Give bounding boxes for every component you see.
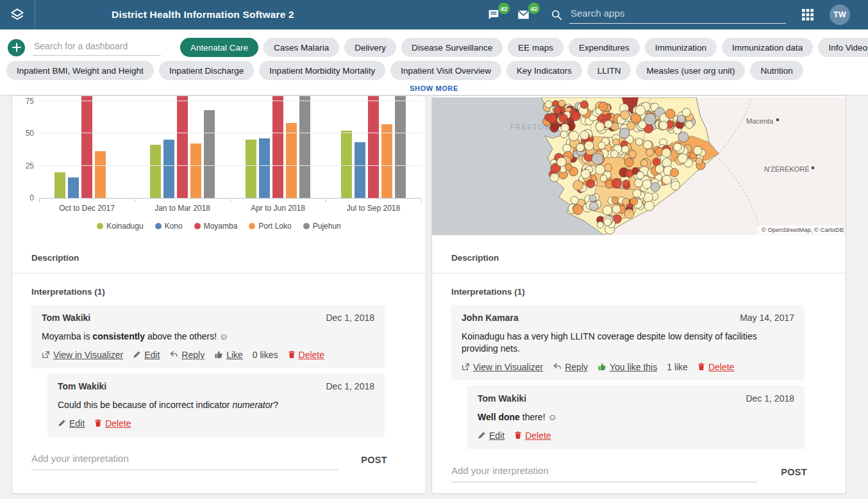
dashboard-chip[interactable]: Antenatal Care xyxy=(180,38,258,57)
chart-bar xyxy=(81,96,92,198)
new-dashboard-button[interactable] xyxy=(8,39,25,56)
reply-link[interactable]: Reply xyxy=(553,362,588,372)
like-link[interactable]: Like xyxy=(214,350,243,360)
y-axis-tick-label: 75 xyxy=(26,97,34,106)
map[interactable]: FREETOWN Macenta N'ZÉRÉKORÉ © OpenStreet… xyxy=(432,97,846,235)
thumbs-up-icon xyxy=(214,350,223,359)
delete-link[interactable]: Delete xyxy=(514,430,551,441)
app-search-input[interactable] xyxy=(569,6,786,24)
x-axis-tick xyxy=(39,199,40,202)
dashboard-chip[interactable]: Inpatient BMI, Weight and Height xyxy=(6,61,154,80)
dashboard-chip[interactable]: Inpatient Morbidity Mortality xyxy=(259,61,385,80)
messages-button[interactable]: 42 xyxy=(487,8,501,22)
chart-bar xyxy=(381,124,392,198)
show-more-button[interactable]: SHOW MORE xyxy=(6,84,862,95)
legend-item[interactable]: Moyamba xyxy=(194,222,238,231)
chart-bar xyxy=(355,142,365,198)
external-link-icon xyxy=(462,363,470,371)
toolbar-row-1: Antenatal CareCases MalariaDeliveryDisea… xyxy=(6,38,862,57)
edit-link[interactable]: Edit xyxy=(133,350,160,360)
toolbar-chip-row-1: Antenatal CareCases MalariaDeliveryDisea… xyxy=(180,38,868,57)
dashboard-chip[interactable]: Key Indicators xyxy=(506,61,582,80)
interpretations-heading: Interpretations (1) xyxy=(12,274,426,305)
likes-count: 1 like xyxy=(667,362,688,372)
mail-button[interactable]: 42 xyxy=(516,8,531,22)
apps-grid-icon xyxy=(801,8,814,21)
comment-body: Well done there! ☺ xyxy=(478,411,794,423)
post-button[interactable]: POST xyxy=(361,455,387,465)
x-axis-tick xyxy=(135,199,135,202)
legend-dot xyxy=(303,223,310,229)
delete-link[interactable]: Delete xyxy=(697,362,734,372)
comment-header: John Kamara May 14, 2017 xyxy=(462,313,794,323)
chart-area: 0255075 Oct to Dec 2017Jan to Mar 2018Ap… xyxy=(12,96,426,236)
chart-bar xyxy=(177,96,188,198)
dashboard-chip[interactable]: Immunization xyxy=(645,38,717,57)
edit-link[interactable]: Edit xyxy=(58,418,85,429)
trash-icon xyxy=(697,363,705,371)
reply-icon xyxy=(169,350,178,359)
add-interpretation-input[interactable] xyxy=(31,450,338,470)
dashboard-chip[interactable]: Expenditures xyxy=(569,38,640,57)
legend-dot xyxy=(97,223,103,229)
dashboard-chip[interactable]: Measles (user org unit) xyxy=(636,61,745,80)
reply-icon xyxy=(553,363,562,371)
dashboard-chip[interactable]: Info Videos xyxy=(818,38,868,57)
trash-icon xyxy=(94,419,102,427)
bar-group xyxy=(326,96,421,198)
delete-link[interactable]: Delete xyxy=(94,418,131,429)
comment-body: Moyamba is consistently above the others… xyxy=(42,331,374,343)
dashboard-chip[interactable]: Immunization data xyxy=(722,38,813,57)
map-label-nzerekore-dot xyxy=(812,167,814,169)
post-button[interactable]: POST xyxy=(781,467,807,477)
view-in-visualizer-link[interactable]: View in Visualizer xyxy=(42,350,123,360)
comment-date: Dec 1, 2018 xyxy=(746,393,795,404)
dhis2-logo-button[interactable] xyxy=(0,0,35,29)
legend-item[interactable]: Pujehun xyxy=(303,222,341,231)
map-label-nzerekore: N'ZÉRÉKORÉ xyxy=(764,165,810,173)
dashboard-chip[interactable]: Disease Surveillance xyxy=(401,38,503,57)
legend-item[interactable]: Koinadugu xyxy=(97,222,143,231)
legend-item[interactable]: Port Loko xyxy=(249,222,291,231)
pencil-icon xyxy=(133,350,141,359)
dashboard-chip[interactable]: Cases Malaria xyxy=(263,38,339,57)
view-in-visualizer-link[interactable]: View in Visualizer xyxy=(462,362,543,372)
search-icon[interactable] xyxy=(550,8,563,21)
apps-menu-button[interactable] xyxy=(801,8,814,21)
pencil-icon xyxy=(478,431,486,439)
reply-link[interactable]: Reply xyxy=(169,350,204,360)
chart-bar xyxy=(368,96,379,198)
x-axis-label: Apr to Jun 2018 xyxy=(230,204,326,213)
user-avatar[interactable]: TW xyxy=(830,4,850,25)
comment-date: Dec 1, 2018 xyxy=(326,313,375,323)
chart-bar xyxy=(395,96,406,198)
legend-label: Moyamba xyxy=(204,222,238,231)
map-label-macenta-dot xyxy=(776,119,779,121)
dashboard-chip[interactable]: Inpatient Discharge xyxy=(159,61,254,80)
map-attribution[interactable]: © OpenStreetMap, © CartoDB xyxy=(762,226,844,233)
dashboard-chip[interactable]: Inpatient Visit Overview xyxy=(390,61,501,80)
bar-group xyxy=(135,96,230,198)
bar-group xyxy=(39,96,135,198)
map-area: FREETOWN Macenta N'ZÉRÉKORÉ © OpenStreet… xyxy=(432,96,846,236)
dashboard-search-input[interactable] xyxy=(33,39,161,56)
chart-bar xyxy=(272,96,283,198)
x-axis-label: Oct to Dec 2017 xyxy=(39,204,135,213)
comment-author: John Kamara xyxy=(462,313,519,323)
legend-label: Port Loko xyxy=(258,222,291,231)
comment-header: Tom Wakiki Dec 1, 2018 xyxy=(42,313,374,323)
delete-link[interactable]: Delete xyxy=(288,350,324,360)
top-bar: District Health Information Software 2 4… xyxy=(0,0,868,29)
dashboard-chip[interactable]: LLITN xyxy=(587,61,631,80)
add-interpretation-input[interactable] xyxy=(451,462,758,482)
gridline xyxy=(39,101,421,101)
legend-item[interactable]: Kono xyxy=(155,222,183,231)
dashboard-search xyxy=(33,39,161,56)
dashboard-chip[interactable]: Nutrition xyxy=(750,61,803,80)
chart-bar xyxy=(95,151,106,198)
edit-link[interactable]: Edit xyxy=(478,430,505,441)
dashboard-chip[interactable]: EE maps xyxy=(508,38,563,57)
dashboard-chip[interactable]: Delivery xyxy=(344,38,396,57)
you-like-this-link[interactable]: You like this xyxy=(597,362,657,372)
comment-actions: View in Visualizer Edit Reply Like 0 lik… xyxy=(42,350,374,360)
